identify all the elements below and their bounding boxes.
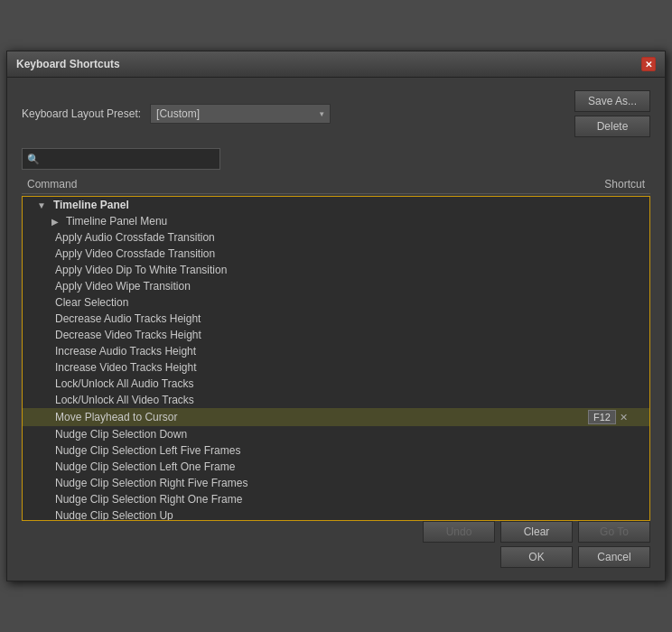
preset-select[interactable]: [Custom]Adobe Premiere Pro DefaultAvid M…: [150, 104, 331, 124]
row-label: Increase Video Tracks Height: [51, 361, 574, 374]
col-shortcut-header: Shortcut: [604, 178, 645, 191]
list-item[interactable]: Decrease Video Tracks Height: [23, 327, 649, 343]
expand-icon: ▶: [51, 217, 59, 227]
search-input-wrapper: 🔍: [22, 148, 220, 170]
save-as-button[interactable]: Save As...: [574, 90, 650, 112]
table-header: Command Shortcut: [22, 175, 650, 194]
preset-select-wrapper: [Custom]Adobe Premiere Pro DefaultAvid M…: [150, 104, 331, 124]
row-label: Nudge Clip Selection Left One Frame: [51, 460, 574, 473]
search-section: 🔍: [22, 148, 650, 170]
list-item[interactable]: Move Playhead to Cursor F12 ✕: [23, 408, 649, 426]
list-item[interactable]: Nudge Clip Selection Down: [23, 426, 649, 442]
preset-row: Keyboard Layout Preset: [Custom]Adobe Pr…: [22, 90, 650, 137]
table-container: ▼ Timeline Panel ▶ Timeline Panel Menu A…: [22, 196, 650, 521]
list-item[interactable]: Apply Video Dip To White Transition: [23, 262, 649, 278]
list-item[interactable]: Clear Selection: [23, 294, 649, 311]
go-to-button[interactable]: Go To: [578, 521, 650, 543]
row-label: Nudge Clip Selection Up: [51, 509, 574, 520]
action-buttons: Undo Clear Go To: [22, 521, 650, 543]
list-item[interactable]: Nudge Clip Selection Up: [23, 507, 649, 520]
row-label: Decrease Video Tracks Height: [51, 329, 574, 341]
row-label: Lock/Unlock All Video Tracks: [51, 394, 574, 406]
table-scroll[interactable]: ▼ Timeline Panel ▶ Timeline Panel Menu A…: [23, 197, 649, 520]
search-input[interactable]: [22, 148, 220, 170]
list-item[interactable]: ▶ Timeline Panel Menu: [23, 213, 649, 229]
preset-left: Keyboard Layout Preset: [Custom]Adobe Pr…: [22, 104, 331, 124]
row-label: Timeline Panel Menu: [62, 215, 574, 228]
row-label: Nudge Clip Selection Down: [51, 428, 574, 441]
title-bar: Keyboard Shortcuts ✕: [7, 51, 665, 78]
list-item[interactable]: Lock/Unlock All Video Tracks: [23, 392, 649, 408]
list-item[interactable]: Decrease Audio Tracks Height: [23, 311, 649, 327]
row-label: Move Playhead to Cursor: [51, 411, 574, 423]
remove-shortcut-button[interactable]: ✕: [620, 412, 628, 423]
row-label: Apply Video Crossfade Transition: [51, 247, 574, 260]
row-label: Lock/Unlock All Audio Tracks: [51, 377, 574, 390]
row-label: Apply Video Wipe Transition: [51, 280, 574, 293]
shortcut-badge: F12: [588, 410, 616, 424]
close-button[interactable]: ✕: [641, 57, 656, 71]
expand-icon: ▼: [37, 200, 46, 210]
undo-button[interactable]: Undo: [423, 521, 495, 543]
row-label: Clear Selection: [51, 296, 574, 309]
row-label: Decrease Audio Tracks Height: [51, 312, 574, 325]
preset-label: Keyboard Layout Preset:: [22, 107, 141, 120]
search-icon: 🔍: [27, 153, 40, 165]
list-item[interactable]: Nudge Clip Selection Left Five Frames: [23, 442, 649, 459]
clear-button[interactable]: Clear: [500, 521, 573, 543]
list-item[interactable]: Nudge Clip Selection Right Five Frames: [23, 475, 649, 491]
list-item[interactable]: Increase Audio Tracks Height: [23, 343, 649, 359]
row-label: Nudge Clip Selection Right One Frame: [51, 493, 574, 506]
list-item[interactable]: ▼ Timeline Panel: [23, 197, 649, 213]
list-item[interactable]: Apply Video Crossfade Transition: [23, 246, 649, 262]
delete-button[interactable]: Delete: [574, 116, 650, 137]
dialog-title: Keyboard Shortcuts: [16, 58, 120, 70]
list-item[interactable]: Lock/Unlock All Audio Tracks: [23, 376, 649, 392]
list-item[interactable]: Increase Video Tracks Height: [23, 359, 649, 376]
row-label: Nudge Clip Selection Left Five Frames: [51, 444, 574, 457]
row-label: Apply Video Dip To White Transition: [51, 264, 574, 276]
col-command-header: Command: [27, 178, 77, 191]
cancel-button[interactable]: Cancel: [578, 546, 650, 568]
row-shortcut: F12 ✕: [574, 410, 646, 424]
preset-buttons: Save As... Delete: [574, 90, 650, 137]
list-item[interactable]: Apply Video Wipe Transition: [23, 278, 649, 294]
row-label: Apply Audio Crossfade Transition: [51, 231, 574, 244]
list-item[interactable]: Nudge Clip Selection Left One Frame: [23, 459, 649, 475]
row-label: Timeline Panel: [50, 199, 574, 211]
ok-cancel-row: OK Cancel: [22, 546, 650, 568]
keyboard-shortcuts-dialog: Keyboard Shortcuts ✕ Keyboard Layout Pre…: [6, 51, 666, 581]
row-label: Nudge Clip Selection Right Five Frames: [51, 477, 574, 489]
list-item[interactable]: Apply Audio Crossfade Transition: [23, 229, 649, 246]
ok-button[interactable]: OK: [500, 546, 573, 568]
list-item[interactable]: Nudge Clip Selection Right One Frame: [23, 491, 649, 507]
dialog-body: Keyboard Layout Preset: [Custom]Adobe Pr…: [7, 78, 665, 581]
row-label: Increase Audio Tracks Height: [51, 345, 574, 358]
